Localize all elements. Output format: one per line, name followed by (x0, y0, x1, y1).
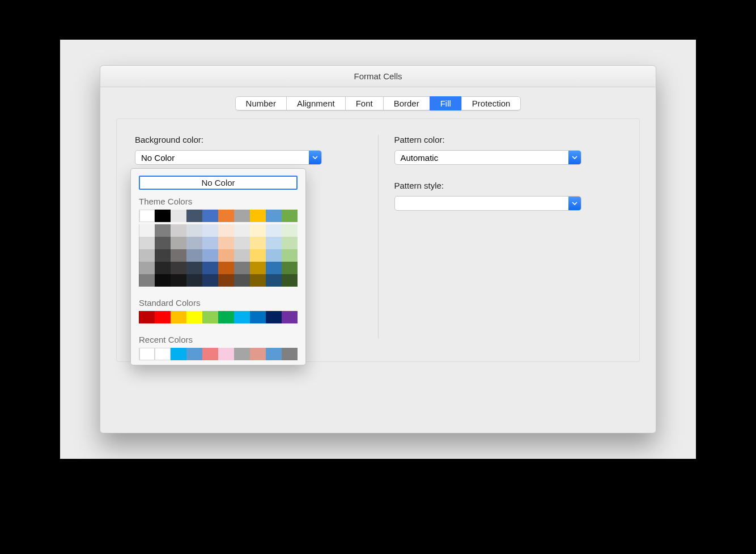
theme-tint-row (139, 262, 298, 274)
chevron-down-icon (568, 197, 581, 210)
color-swatch[interactable] (234, 237, 250, 249)
color-swatch[interactable] (202, 224, 218, 237)
color-swatch[interactable] (266, 210, 282, 222)
color-swatch[interactable] (234, 348, 250, 360)
color-swatch[interactable] (202, 237, 218, 249)
color-swatch[interactable] (234, 249, 250, 262)
color-swatch[interactable] (171, 262, 186, 274)
color-swatch[interactable] (266, 274, 282, 287)
color-swatch[interactable] (202, 274, 218, 287)
color-swatch[interactable] (171, 274, 186, 287)
color-swatch[interactable] (218, 311, 234, 323)
pattern-style-dropdown[interactable] (394, 196, 581, 211)
color-swatch[interactable] (282, 210, 298, 222)
color-swatch[interactable] (139, 210, 155, 222)
color-swatch[interactable] (218, 274, 234, 287)
color-swatch[interactable] (282, 348, 298, 360)
color-swatch[interactable] (266, 224, 282, 237)
color-swatch[interactable] (155, 311, 171, 323)
color-swatch[interactable] (139, 274, 155, 287)
background-color-label: Background color: (135, 135, 362, 144)
color-swatch[interactable] (218, 262, 234, 274)
color-swatch[interactable] (282, 237, 298, 249)
color-swatch[interactable] (234, 274, 250, 287)
color-swatch[interactable] (139, 224, 155, 237)
color-swatch[interactable] (282, 274, 298, 287)
color-swatch[interactable] (282, 262, 298, 274)
tab-alignment[interactable]: Alignment (286, 96, 345, 110)
color-swatch[interactable] (266, 311, 282, 323)
color-swatch[interactable] (202, 210, 218, 222)
color-swatch[interactable] (218, 210, 234, 222)
color-swatch[interactable] (218, 224, 234, 237)
color-swatch[interactable] (155, 210, 171, 222)
background-color-dropdown[interactable]: No Color (135, 150, 322, 165)
color-swatch[interactable] (139, 249, 155, 262)
color-swatch[interactable] (250, 224, 266, 237)
color-swatch[interactable] (155, 249, 171, 262)
no-color-button[interactable]: No Color (139, 176, 298, 190)
color-swatch[interactable] (171, 210, 186, 222)
color-swatch[interactable] (139, 262, 155, 274)
color-swatch[interactable] (202, 249, 218, 262)
color-swatch[interactable] (171, 224, 186, 237)
color-swatch[interactable] (186, 311, 202, 323)
page-backdrop: Format Cells Number Alignment Font Borde… (60, 40, 696, 459)
color-swatch[interactable] (171, 311, 186, 323)
color-swatch[interactable] (234, 262, 250, 274)
pattern-style-label: Pattern style: (394, 181, 622, 190)
color-swatch[interactable] (186, 274, 202, 287)
color-swatch[interactable] (186, 224, 202, 237)
color-swatch[interactable] (155, 262, 171, 274)
color-swatch[interactable] (171, 237, 186, 249)
color-swatch[interactable] (250, 210, 266, 222)
color-swatch[interactable] (234, 311, 250, 323)
color-swatch[interactable] (266, 249, 282, 262)
theme-tint-row (139, 249, 298, 262)
color-picker-popup: No Color Theme Colors Standard Colors Re… (130, 168, 306, 365)
color-swatch[interactable] (250, 274, 266, 287)
color-swatch[interactable] (155, 237, 171, 249)
color-swatch[interactable] (171, 348, 186, 360)
color-swatch[interactable] (282, 224, 298, 237)
tab-border[interactable]: Border (383, 96, 430, 110)
tab-protection[interactable]: Protection (461, 96, 521, 110)
color-swatch[interactable] (155, 348, 171, 360)
color-swatch[interactable] (186, 249, 202, 262)
color-swatch[interactable] (139, 237, 155, 249)
content-area: Background color: No Color No Color Them (100, 118, 656, 362)
color-swatch[interactable] (186, 237, 202, 249)
left-column: Background color: No Color No Color Them (135, 135, 378, 339)
color-swatch[interactable] (282, 311, 298, 323)
color-swatch[interactable] (186, 262, 202, 274)
color-swatch[interactable] (250, 311, 266, 323)
color-swatch[interactable] (139, 311, 155, 323)
color-swatch[interactable] (234, 224, 250, 237)
color-swatch[interactable] (186, 210, 202, 222)
color-swatch[interactable] (282, 249, 298, 262)
color-swatch[interactable] (186, 348, 202, 360)
color-swatch[interactable] (139, 348, 155, 360)
color-swatch[interactable] (171, 249, 186, 262)
color-swatch[interactable] (218, 249, 234, 262)
color-swatch[interactable] (250, 237, 266, 249)
color-swatch[interactable] (250, 348, 266, 360)
pattern-color-dropdown[interactable]: Automatic (394, 150, 581, 165)
color-swatch[interactable] (202, 311, 218, 323)
color-swatch[interactable] (155, 274, 171, 287)
color-swatch[interactable] (250, 262, 266, 274)
color-swatch[interactable] (234, 210, 250, 222)
color-swatch[interactable] (202, 262, 218, 274)
color-swatch[interactable] (266, 348, 282, 360)
color-swatch[interactable] (155, 224, 171, 237)
color-swatch[interactable] (218, 348, 234, 360)
color-swatch[interactable] (250, 249, 266, 262)
window-titlebar: Format Cells (100, 66, 656, 87)
tab-fill[interactable]: Fill (430, 96, 461, 110)
tab-number[interactable]: Number (235, 96, 286, 110)
color-swatch[interactable] (266, 262, 282, 274)
tab-font[interactable]: Font (345, 96, 383, 110)
color-swatch[interactable] (266, 237, 282, 249)
color-swatch[interactable] (218, 237, 234, 249)
color-swatch[interactable] (202, 348, 218, 360)
